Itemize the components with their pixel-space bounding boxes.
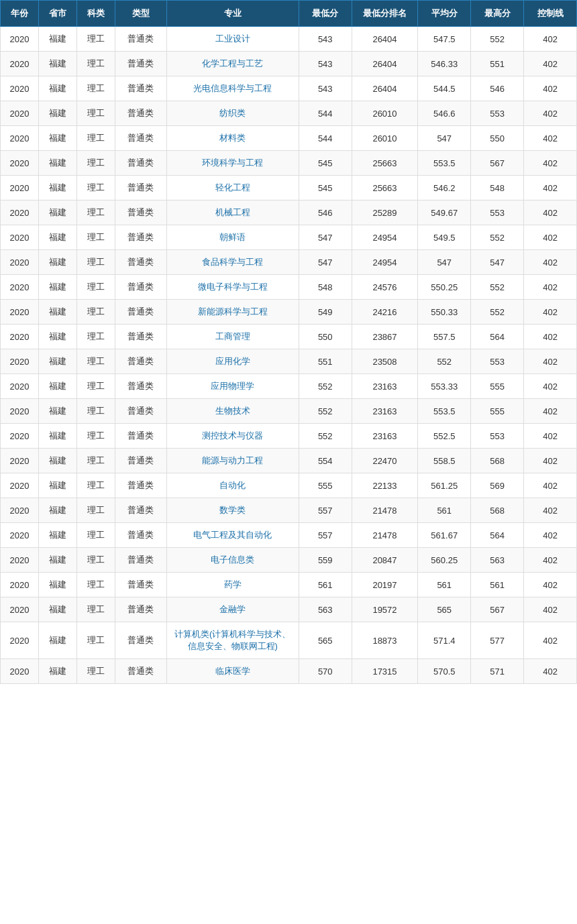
cell-avg_score: 549.67 xyxy=(418,200,471,225)
cell-major: 工业设计 xyxy=(166,27,299,52)
table-row: 2020福建理工普通类新能源科学与工程54924216550.33552402 xyxy=(1,300,577,325)
cell-major: 金融学 xyxy=(166,597,299,622)
cell-avg_score: 561 xyxy=(418,498,471,523)
cell-province: 福建 xyxy=(38,597,76,622)
cell-major: 环境科学与工程 xyxy=(166,151,299,176)
cell-min_score: 545 xyxy=(299,151,352,176)
cell-avg_score: 547.5 xyxy=(418,27,471,52)
cell-control_line: 402 xyxy=(524,101,577,126)
cell-subject: 理工 xyxy=(76,622,115,659)
cell-min_rank: 26404 xyxy=(352,27,418,52)
cell-type: 普通类 xyxy=(115,573,166,597)
cell-avg_score: 550.25 xyxy=(418,275,471,300)
cell-subject: 理工 xyxy=(76,151,115,176)
cell-province: 福建 xyxy=(38,449,76,473)
cell-min_score: 561 xyxy=(299,573,352,597)
cell-min_rank: 22470 xyxy=(352,449,418,473)
cell-control_line: 402 xyxy=(524,659,577,684)
table-row: 2020福建理工普通类光电信息科学与工程54326404544.5546402 xyxy=(1,76,577,101)
cell-avg_score: 553.5 xyxy=(418,399,471,424)
cell-type: 普通类 xyxy=(115,325,166,349)
cell-avg_score: 557.5 xyxy=(418,325,471,349)
score-table: 年份 省市 科类 类型 专业 最低分 最低分排名 平均分 最高分 控制线 202… xyxy=(0,0,577,684)
cell-min_score: 545 xyxy=(299,176,352,200)
cell-subject: 理工 xyxy=(76,597,115,622)
cell-max_score: 555 xyxy=(471,399,524,424)
cell-type: 普通类 xyxy=(115,473,166,498)
cell-max_score: 569 xyxy=(471,473,524,498)
cell-min_score: 548 xyxy=(299,275,352,300)
cell-control_line: 402 xyxy=(524,622,577,659)
cell-control_line: 402 xyxy=(524,424,577,449)
header-control-line: 控制线 xyxy=(524,1,577,27)
cell-subject: 理工 xyxy=(76,659,115,684)
table-row: 2020福建理工普通类化学工程与工艺54326404546.33551402 xyxy=(1,52,577,76)
cell-year: 2020 xyxy=(1,225,39,250)
cell-subject: 理工 xyxy=(76,349,115,374)
cell-max_score: 567 xyxy=(471,597,524,622)
cell-province: 福建 xyxy=(38,349,76,374)
cell-min_rank: 24954 xyxy=(352,225,418,250)
table-row: 2020福建理工普通类应用化学55123508552553402 xyxy=(1,349,577,374)
cell-type: 普通类 xyxy=(115,200,166,225)
cell-year: 2020 xyxy=(1,126,39,151)
cell-min_rank: 24216 xyxy=(352,300,418,325)
cell-avg_score: 561.25 xyxy=(418,473,471,498)
cell-control_line: 402 xyxy=(524,151,577,176)
table-body: 2020福建理工普通类工业设计54326404547.55524022020福建… xyxy=(1,27,577,684)
cell-subject: 理工 xyxy=(76,76,115,101)
cell-major: 电气工程及其自动化 xyxy=(166,523,299,548)
cell-max_score: 553 xyxy=(471,424,524,449)
table-row: 2020福建理工普通类数学类55721478561568402 xyxy=(1,498,577,523)
cell-year: 2020 xyxy=(1,325,39,349)
cell-max_score: 577 xyxy=(471,622,524,659)
cell-max_score: 568 xyxy=(471,498,524,523)
cell-avg_score: 549.5 xyxy=(418,225,471,250)
cell-max_score: 564 xyxy=(471,523,524,548)
cell-year: 2020 xyxy=(1,349,39,374)
cell-max_score: 567 xyxy=(471,151,524,176)
cell-year: 2020 xyxy=(1,659,39,684)
table-row: 2020福建理工普通类药学56120197561561402 xyxy=(1,573,577,597)
header-subject: 科类 xyxy=(76,1,115,27)
cell-avg_score: 547 xyxy=(418,250,471,275)
cell-year: 2020 xyxy=(1,250,39,275)
cell-min_score: 543 xyxy=(299,52,352,76)
cell-control_line: 402 xyxy=(524,27,577,52)
cell-year: 2020 xyxy=(1,52,39,76)
table-row: 2020福建理工普通类材料类54426010547550402 xyxy=(1,126,577,151)
cell-control_line: 402 xyxy=(524,200,577,225)
cell-avg_score: 546.6 xyxy=(418,101,471,126)
cell-major: 微电子科学与工程 xyxy=(166,275,299,300)
cell-avg_score: 553.33 xyxy=(418,374,471,399)
cell-type: 普通类 xyxy=(115,126,166,151)
table-row: 2020福建理工普通类生物技术55223163553.5555402 xyxy=(1,399,577,424)
cell-year: 2020 xyxy=(1,151,39,176)
cell-major: 生物技术 xyxy=(166,399,299,424)
cell-type: 普通类 xyxy=(115,523,166,548)
cell-max_score: 552 xyxy=(471,300,524,325)
cell-province: 福建 xyxy=(38,27,76,52)
table-row: 2020福建理工普通类朝鲜语54724954549.5552402 xyxy=(1,225,577,250)
cell-min_score: 544 xyxy=(299,101,352,126)
cell-subject: 理工 xyxy=(76,126,115,151)
cell-control_line: 402 xyxy=(524,250,577,275)
cell-province: 福建 xyxy=(38,275,76,300)
header-province: 省市 xyxy=(38,1,76,27)
cell-avg_score: 546.2 xyxy=(418,176,471,200)
cell-province: 福建 xyxy=(38,52,76,76)
cell-type: 普通类 xyxy=(115,101,166,126)
cell-min_score: 570 xyxy=(299,659,352,684)
cell-max_score: 546 xyxy=(471,76,524,101)
cell-min_rank: 18873 xyxy=(352,622,418,659)
cell-avg_score: 558.5 xyxy=(418,449,471,473)
cell-min_rank: 20197 xyxy=(352,573,418,597)
cell-subject: 理工 xyxy=(76,498,115,523)
cell-min_rank: 23163 xyxy=(352,399,418,424)
cell-subject: 理工 xyxy=(76,573,115,597)
cell-avg_score: 547 xyxy=(418,126,471,151)
cell-avg_score: 550.33 xyxy=(418,300,471,325)
cell-major: 计算机类(计算机科学与技术、信息安全、物联网工程) xyxy=(166,622,299,659)
cell-subject: 理工 xyxy=(76,200,115,225)
table-row: 2020福建理工普通类微电子科学与工程54824576550.25552402 xyxy=(1,275,577,300)
